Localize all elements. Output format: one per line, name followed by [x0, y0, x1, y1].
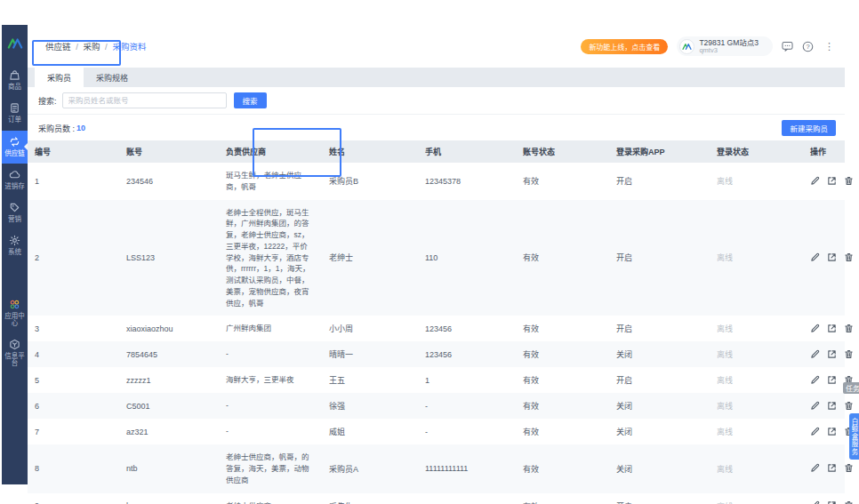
assign-icon[interactable]	[827, 349, 838, 360]
cell-account-status: 有效	[516, 163, 609, 200]
breadcrumb-separator: /	[105, 42, 108, 52]
cell-suppliers: 老绅士全程供应，斑马生鲜，广州鲜肉集团，的答复，老绅士供应商，sz，三更半夜，1…	[219, 200, 322, 316]
cell-name: 威姐	[322, 419, 418, 444]
column-header: 负责供应商	[219, 140, 322, 163]
delete-icon[interactable]	[844, 463, 855, 474]
supply-chain-icon	[9, 136, 20, 148]
sidebar-item-label: 信息平台	[2, 353, 28, 368]
breadcrumb-supply-chain[interactable]: 供应链	[45, 42, 71, 52]
cell-phone: -	[418, 419, 516, 444]
cell-account-status: 有效	[516, 367, 609, 393]
edit-icon[interactable]	[810, 427, 821, 437]
cell-login-status: 离线	[710, 367, 803, 393]
edit-icon[interactable]	[810, 324, 821, 334]
assign-icon[interactable]	[827, 252, 838, 263]
sidebar-item-label: 系统	[2, 249, 28, 256]
tab-purchase-specs[interactable]: 采购规格	[84, 68, 140, 87]
assign-icon[interactable]	[827, 401, 838, 412]
tab-buyers[interactable]: 采购员	[35, 68, 84, 87]
cell-account: zzzzz1	[119, 367, 219, 393]
cell-name: 王五	[322, 367, 418, 393]
sidebar-item-goods[interactable]: 商品	[2, 64, 28, 97]
svg-text:?: ?	[806, 43, 809, 51]
edit-icon[interactable]	[810, 500, 821, 504]
edit-icon[interactable]	[810, 375, 821, 386]
cell-app-login: 开启	[609, 367, 710, 393]
assign-icon[interactable]	[827, 375, 838, 386]
cell-suppliers: 斑马生鲜，老绅士供应商，帆哥	[219, 163, 322, 200]
breadcrumb[interactable]: 供应链 / 采购 / 采购资料	[38, 35, 153, 58]
assign-icon[interactable]	[827, 427, 838, 437]
tab-bar: 采购员采购规格	[28, 68, 845, 87]
sidebar-item-system[interactable]: 系统	[2, 229, 28, 262]
summary-row: 采购员数 : 10 新建采购员	[28, 115, 845, 140]
cell-no: 4	[28, 341, 119, 367]
column-header: 编号	[28, 140, 119, 163]
delete-icon[interactable]	[844, 252, 855, 263]
breadcrumb-purchase[interactable]: 采购	[83, 42, 100, 52]
assign-icon[interactable]	[827, 500, 838, 504]
assign-icon[interactable]	[827, 176, 838, 187]
cell-name: 小小周	[322, 316, 418, 341]
sidebar: 商品订单供应链进销存营销系统 应用中心信息平台	[2, 25, 28, 484]
delete-icon[interactable]	[844, 176, 855, 187]
edit-icon[interactable]	[810, 349, 821, 360]
create-buyer-button[interactable]: 新建采购员	[782, 120, 836, 136]
edit-icon[interactable]	[810, 176, 821, 187]
user-menu[interactable]: T29831 GM站点3 qmtv3	[677, 36, 773, 56]
table-row: 6C5001-徐强-有效关闭离线	[28, 393, 845, 419]
more-options-icon[interactable]: ⋮	[823, 41, 836, 52]
app-logo-icon[interactable]	[2, 30, 28, 57]
service-ribbon[interactable]: 白鲸盒服务	[849, 413, 859, 460]
assign-icon[interactable]	[827, 463, 838, 474]
sidebar-item-orders[interactable]: 订单	[2, 97, 28, 130]
cell-actions	[803, 341, 859, 367]
user-subtitle: qmtv3	[699, 47, 759, 54]
column-header: 操作	[803, 140, 845, 163]
cell-actions	[803, 316, 859, 341]
cell-no: 5	[28, 367, 119, 393]
cell-actions	[803, 163, 859, 200]
gear-icon	[9, 235, 20, 246]
cell-name: 徐强	[322, 393, 418, 419]
sidebar-item-supply-chain[interactable]: 供应链	[2, 131, 28, 164]
sidebar-item-marketing[interactable]: 营销	[2, 196, 28, 229]
cell-suppliers: 海鲜大亨，三更半夜	[219, 367, 322, 393]
breadcrumb-purchase-data[interactable]: 采购资料	[112, 42, 146, 52]
task-tag[interactable]: 任务	[843, 382, 859, 394]
edit-icon[interactable]	[810, 463, 821, 474]
search-input[interactable]	[62, 92, 227, 108]
new-feature-badge[interactable]: 新功能上线，点击查看	[581, 39, 668, 54]
sidebar-item-inventory[interactable]: 进销存	[2, 164, 28, 196]
cell-login-status: 离线	[710, 341, 803, 367]
cell-name: 晴晴一	[322, 341, 418, 367]
table-row: 9buy老绅士供应商，sz采先生-有效开启离线	[28, 493, 845, 504]
cell-no: 6	[28, 393, 119, 419]
cell-account: 7854645	[119, 341, 219, 367]
edit-icon[interactable]	[810, 401, 821, 412]
delete-icon[interactable]	[844, 500, 855, 504]
cell-phone: 11111111111	[418, 444, 516, 492]
help-icon[interactable]: ?	[802, 41, 814, 52]
delete-icon[interactable]	[844, 349, 855, 360]
search-button[interactable]: 搜索	[234, 92, 267, 108]
tag-icon	[9, 202, 20, 213]
sidebar-item-info-platform[interactable]: 信息平台	[2, 333, 28, 374]
cell-phone: 110	[418, 200, 516, 316]
cell-suppliers: 广州鲜肉集团	[219, 316, 322, 341]
cell-actions	[803, 493, 859, 504]
message-icon[interactable]	[782, 41, 793, 52]
cell-suppliers: 老绅士供应商，sz	[219, 493, 322, 504]
cell-account-status: 有效	[516, 316, 609, 341]
cell-login-status: 离线	[710, 419, 803, 444]
sidebar-item-app-center[interactable]: 应用中心	[2, 293, 28, 334]
table-row: 2LSS123老绅士全程供应，斑马生鲜，广州鲜肉集团，的答复，老绅士供应商，sz…	[28, 200, 845, 316]
delete-icon[interactable]	[844, 401, 855, 412]
cell-login-status: 离线	[710, 493, 803, 504]
delete-icon[interactable]	[844, 324, 855, 334]
content-panel: 搜索: 搜索 采购员数 : 10 新建采购员 编号账号负责供应商姓名手机账号状态…	[28, 87, 845, 464]
column-header: 手机	[418, 140, 516, 163]
edit-icon[interactable]	[810, 252, 821, 263]
assign-icon[interactable]	[827, 324, 838, 334]
search-label: 搜索:	[38, 95, 57, 107]
